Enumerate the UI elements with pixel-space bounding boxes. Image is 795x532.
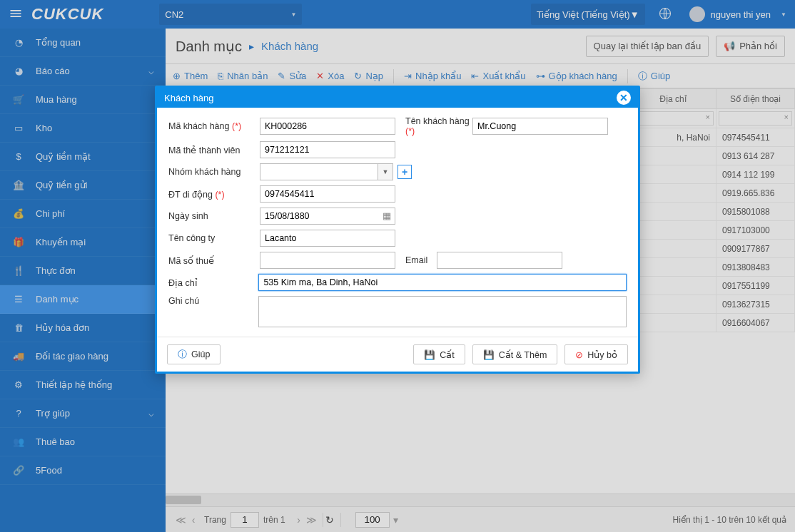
modal-header: Khách hàng ✕ — [157, 88, 638, 108]
cancel-icon: ⊘ — [575, 349, 583, 360]
add-group-button[interactable]: + — [398, 165, 412, 179]
label-note: Ghi chú — [168, 296, 258, 306]
input-address[interactable] — [258, 274, 627, 291]
label-company: Tên công ty — [168, 233, 260, 243]
modal-save-button[interactable]: 💾Cất — [413, 344, 465, 364]
label-name: Tên khách hàng (*) — [395, 116, 472, 136]
close-icon[interactable]: ✕ — [617, 91, 631, 105]
input-mobile[interactable] — [260, 185, 395, 203]
modal-title: Khách hàng — [164, 93, 213, 103]
label-code: Mã khách hàng (*) — [168, 121, 260, 131]
input-group[interactable] — [260, 163, 378, 180]
calendar-icon[interactable]: ▦ — [383, 210, 391, 221]
label-email: Email — [395, 255, 437, 265]
group-dropdown-icon[interactable]: ▼ — [378, 163, 393, 180]
label-card: Mã thẻ thành viên — [168, 145, 260, 155]
input-name[interactable] — [472, 118, 608, 135]
input-card[interactable] — [260, 141, 395, 158]
help-icon: ⓘ — [178, 349, 187, 361]
input-tax[interactable] — [260, 252, 395, 269]
customer-modal: Khách hàng ✕ Mã khách hàng (*) Tên khách… — [155, 86, 640, 374]
input-dob[interactable] — [260, 208, 395, 225]
label-address: Địa chỉ — [168, 277, 258, 288]
input-company[interactable] — [260, 230, 395, 247]
input-email[interactable] — [437, 252, 562, 269]
modal-help-button[interactable]: ⓘGiúp — [167, 344, 221, 364]
modal-cancel-button[interactable]: ⊘Hủy bỏ — [564, 344, 628, 364]
input-note[interactable] — [258, 296, 627, 327]
save-plus-icon: 💾 — [483, 349, 495, 360]
label-dob: Ngày sinh — [168, 211, 260, 221]
input-code[interactable] — [260, 118, 395, 135]
label-mobile: ĐT di động (*) — [168, 189, 260, 200]
save-icon: 💾 — [424, 349, 435, 360]
label-group: Nhóm khách hàng — [168, 167, 260, 177]
modal-save-add-button[interactable]: 💾Cất & Thêm — [472, 344, 558, 364]
label-tax: Mã số thuế — [168, 255, 260, 266]
modal-overlay: Khách hàng ✕ Mã khách hàng (*) Tên khách… — [0, 0, 795, 532]
